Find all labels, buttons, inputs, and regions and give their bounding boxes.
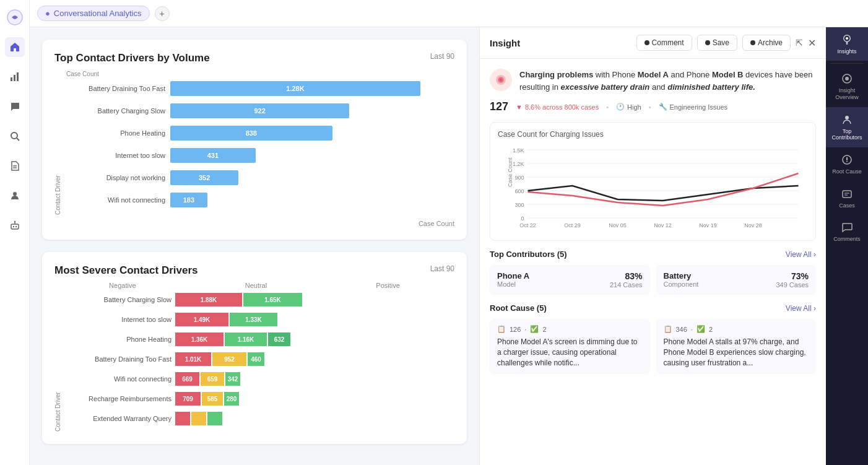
svg-text:Case Count: Case Count <box>507 157 513 187</box>
svg-point-40 <box>845 116 849 120</box>
meta-trend: ▼ 8.6% across 800k cases <box>516 103 599 111</box>
rail-item-insights[interactable]: Insights <box>826 27 868 61</box>
svg-line-5 <box>17 138 19 141</box>
comment-button[interactable]: Comment <box>636 35 692 51</box>
svg-point-16 <box>500 79 503 82</box>
hbar-bar-3: 838 <box>170 126 332 141</box>
hbar-bar-6: 183 <box>170 193 207 207</box>
active-tab[interactable]: ● Conversational Analytics <box>37 6 150 21</box>
alert-text: Charging problems with Phone Model A and… <box>519 69 816 93</box>
svg-rect-2 <box>14 75 15 81</box>
sbar-seg-pos-6: 280 <box>224 392 239 406</box>
svg-text:Nov 05: Nov 05 <box>609 222 627 228</box>
save-button[interactable]: Save <box>697 35 737 51</box>
sbar-axis-labels: Negative Neutral Positive <box>54 282 454 289</box>
contrib-stats-1: 83% 214 Cases <box>610 271 643 289</box>
insight-panel: Insight Comment Save Archive ⇱ <box>479 27 826 465</box>
rail-item-cases[interactable]: Cases <box>826 181 868 215</box>
svg-rect-44 <box>843 191 851 198</box>
rootcause-meta-1: 📋 126 · ✅ 2 <box>497 325 643 333</box>
contributors-section-header: Top Contributors (5) View All › <box>490 250 816 259</box>
svg-text:Oct 22: Oct 22 <box>519 222 536 228</box>
sidebar-item-home[interactable] <box>5 37 25 57</box>
hbar-row-3: Phone Heating 838 <box>66 126 454 141</box>
contrib-type-1: Model <box>497 280 529 288</box>
rootcause-view-all[interactable]: View All › <box>786 304 816 313</box>
svg-point-43 <box>846 161 848 162</box>
contrib-row-2: Battery Component 73% 349 Cases <box>664 271 809 289</box>
rail-item-overview[interactable]: InsightOverview <box>826 66 868 107</box>
contrib-row-1: Phone A Model 83% 214 Cases <box>497 271 643 289</box>
sbar-seg-neg-6: 709 <box>175 392 201 406</box>
sbar-row-7: Extended Warranty Query <box>66 412 454 425</box>
sidebar-item-chart[interactable] <box>5 67 25 87</box>
sidebar-item-chat[interactable] <box>5 97 25 116</box>
sbar-row5-label: Wifi not connecting <box>66 375 171 383</box>
contrib-cases-2: 349 Cases <box>776 281 809 289</box>
svg-text:Nov 12: Nov 12 <box>654 222 672 228</box>
tab-label: Conversational Analytics <box>54 9 142 18</box>
hbar-label-5: Display not working <box>66 174 165 181</box>
svg-rect-3 <box>17 72 19 81</box>
alert-bold-charging: Charging problems <box>519 70 593 79</box>
sbar-seg-pos-1: 1.65K <box>243 293 302 306</box>
sidebar-item-doc[interactable] <box>5 156 25 176</box>
archive-button[interactable]: Archive <box>742 35 791 51</box>
hbar-bar-wrap-1: 1.28K <box>170 81 454 96</box>
rc-check-icon-2: ✅ <box>697 325 705 333</box>
sbar-seg-neu-7 <box>191 412 206 425</box>
sbar-seg-neu-6: 585 <box>202 392 223 406</box>
sidebar-item-search[interactable] <box>5 126 25 146</box>
contributor-card-2: Battery Component 73% 349 Cases <box>656 265 817 295</box>
rail-item-comments[interactable]: Comments <box>826 215 868 248</box>
insight-body: Charging problems with Phone Model A and… <box>480 59 826 465</box>
charts-panel: Top Contact Drivers by Volume Last 90 Co… <box>30 27 479 465</box>
rc-doc-icon-2: 📋 <box>664 325 672 333</box>
sidebar-item-robot[interactable] <box>5 215 25 235</box>
hbar-row-5: Display not working 352 <box>66 170 454 185</box>
most-severe-drivers-card: Most Severe Contact Drivers Last 90 Nega… <box>42 252 467 444</box>
close-button[interactable]: ✕ <box>808 37 816 49</box>
top-contact-drivers-card: Top Contact Drivers by Volume Last 90 Co… <box>42 40 467 240</box>
sbar-axis-neg: Negative <box>109 282 136 289</box>
contributors-grid: Phone A Model 83% 214 Cases <box>490 265 816 295</box>
hbar-label-6: Wifi not connecting <box>66 196 165 204</box>
rail-item-rootcause[interactable]: Root Cause <box>826 147 868 181</box>
contrib-name-2: Battery Component <box>664 271 699 288</box>
meta-count: 127 <box>490 100 508 113</box>
rc-doc-icon-1: 📋 <box>497 325 506 333</box>
hbar-row-6: Wifi not connecting 183 <box>66 193 454 207</box>
meta-priority: 🕐 High <box>616 103 641 111</box>
sbar-row7-bars <box>175 412 222 425</box>
sbar-seg-neg-3: 1.36K <box>175 332 224 346</box>
share-icon[interactable]: ⇱ <box>796 38 803 48</box>
save-dot <box>705 40 710 45</box>
icon-rail: Insights InsightOverview TopContributors… <box>826 27 868 465</box>
rail-item-contributors[interactable]: TopContributors <box>826 107 868 148</box>
sbar-row1-label: Battery Charging Slow <box>66 296 171 303</box>
meta-category: 🔧 Engineering Issues <box>659 103 728 111</box>
sidebar-item-user[interactable] <box>5 186 25 206</box>
rail-label-contributors: TopContributors <box>831 128 862 142</box>
insight-title: Insight <box>490 38 520 48</box>
contributors-title: Top Contributors (5) <box>490 250 567 259</box>
rootcause-card-1: 📋 126 · ✅ 2 Phone Model A's screen is di… <box>490 319 650 374</box>
contributors-view-all[interactable]: View All › <box>786 250 816 259</box>
sbar-seg-neu-5: 659 <box>201 372 224 386</box>
hbar-bar-wrap-6: 183 <box>170 193 454 207</box>
hbar-content: Case Count Battery Draining Too Fast 1.2… <box>66 71 454 215</box>
svg-text:0: 0 <box>521 215 524 222</box>
add-tab-button[interactable]: + <box>155 6 170 21</box>
trend-text: 8.6% across 800k cases <box>525 103 599 111</box>
chart1-title: Top Contact Drivers by Volume <box>54 52 210 64</box>
left-sidebar <box>0 0 30 465</box>
sbar-seg-neg-1: 1.88K <box>175 293 242 306</box>
priority-text: High <box>627 103 641 111</box>
rc-count2-1: 2 <box>542 326 546 333</box>
chart1-header: Top Contact Drivers by Volume Last 90 <box>54 52 454 64</box>
priority-icon: 🕐 <box>616 103 625 111</box>
hbar-bar-2: 922 <box>170 103 349 118</box>
archive-label: Archive <box>758 38 783 47</box>
sbar-row-1: Battery Charging Slow 1.88K 1.65K <box>66 293 454 306</box>
sbar-seg-neg-4: 1.01K <box>175 352 211 366</box>
